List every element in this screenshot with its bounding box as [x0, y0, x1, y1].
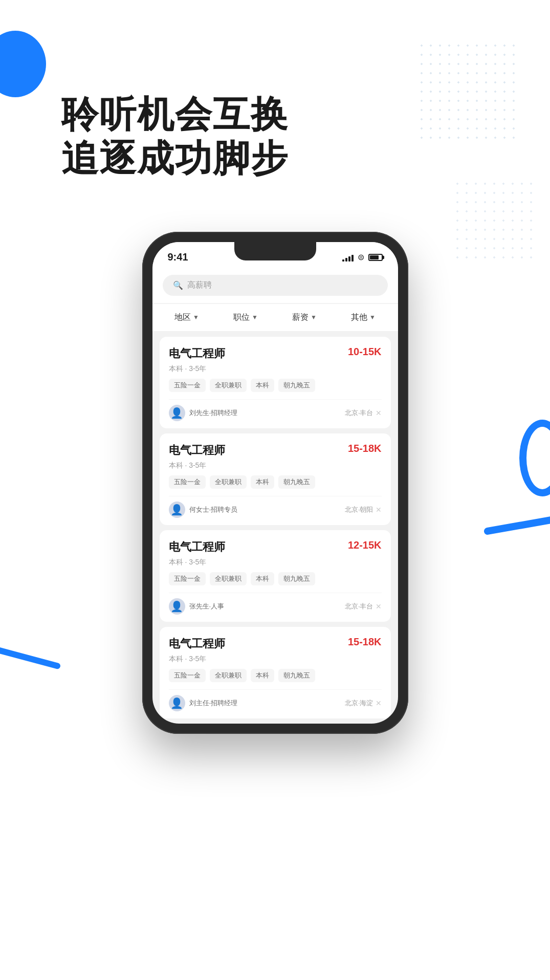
status-time: 9:41: [168, 251, 188, 263]
filter-other[interactable]: 其他 ▼: [351, 312, 376, 323]
search-bar[interactable]: 🔍 高薪聘: [163, 275, 388, 296]
job-card-2-location: 北京·朝阳 ✕: [345, 505, 382, 514]
tag-hours-4: 朝九晚五: [278, 669, 315, 682]
tag-insurance: 五险一金: [169, 379, 206, 392]
hero-title-line2: 追逐成功脚步: [61, 136, 509, 180]
job-card-4-title: 电气工程师: [169, 636, 225, 651]
tag-insurance-4: 五险一金: [169, 669, 206, 682]
tag-degree-2: 本科: [251, 475, 274, 489]
filter-region-label: 地区: [174, 312, 191, 323]
filter-salary[interactable]: 薪资 ▼: [292, 312, 317, 323]
job-card-1-meta: 本科 · 3-5年: [169, 364, 382, 374]
phone-inner: 9:41 ⊜ 🔍 高薪: [152, 242, 398, 724]
job-card-2[interactable]: 电气工程师 15-18K 本科 · 3-5年 五险一金 全职兼职 本科 朝九晚五…: [160, 433, 391, 525]
filter-position[interactable]: 职位 ▼: [233, 312, 258, 323]
filter-region[interactable]: 地区 ▼: [174, 312, 199, 323]
job-card-3-title: 电气工程师: [169, 539, 225, 555]
job-card-2-footer: 👤 何女士·招聘专员 北京·朝阳 ✕: [169, 496, 382, 518]
filter-region-arrow: ▼: [193, 314, 199, 321]
job-card-4[interactable]: 电气工程师 15-18K 本科 · 3-5年 五险一金 全职兼职 本科 朝九晚五…: [160, 627, 391, 718]
tag-insurance-2: 五险一金: [169, 475, 206, 489]
job-card-2-tags: 五险一金 全职兼职 本科 朝九晚五: [169, 475, 382, 489]
job-card-4-footer: 👤 刘主任·招聘经理 北京·海淀 ✕: [169, 689, 382, 711]
avatar-figure-4: 👤: [170, 697, 183, 709]
close-icon-1[interactable]: ✕: [376, 409, 382, 417]
tag-hours-2: 朝九晚五: [278, 475, 315, 489]
hero-title-line1: 聆听机会互换: [61, 92, 509, 136]
search-placeholder: 高薪聘: [187, 280, 212, 291]
phone-frame: 9:41 ⊜ 🔍 高薪: [142, 232, 408, 734]
job-card-2-title: 电气工程师: [169, 443, 225, 458]
job-card-4-salary: 15-18K: [348, 636, 382, 648]
job-card-1-salary: 10-15K: [348, 346, 382, 358]
location-text-4: 北京·海淀: [345, 699, 373, 708]
filter-bar: 地区 ▼ 职位 ▼ 薪资 ▼ 其他 ▼: [152, 304, 398, 332]
hero-section: 聆听机会互换 追逐成功脚步: [0, 0, 550, 211]
filter-salary-arrow: ▼: [311, 314, 317, 321]
phone-notch: [234, 242, 316, 260]
close-icon-3[interactable]: ✕: [376, 602, 382, 611]
job-card-2-salary: 15-18K: [348, 443, 382, 454]
signal-bar-4: [351, 255, 354, 262]
tag-fulltime: 全职兼职: [210, 379, 247, 392]
signal-bar-3: [348, 256, 350, 262]
tag-degree-3: 本科: [251, 572, 274, 585]
avatar-figure-3: 👤: [170, 600, 183, 613]
filter-salary-label: 薪资: [292, 312, 309, 323]
tag-degree: 本科: [251, 379, 274, 392]
filter-other-arrow: ▼: [369, 314, 376, 321]
job-card-3-meta: 本科 · 3-5年: [169, 558, 382, 567]
filter-other-label: 其他: [351, 312, 367, 323]
status-icons: ⊜: [342, 252, 383, 262]
recruiter-name-4: 刘主任·招聘经理: [189, 699, 238, 708]
job-card-3[interactable]: 电气工程师 12-15K 本科 · 3-5年 五险一金 全职兼职 本科 朝九晚五…: [160, 530, 391, 622]
location-text-1: 北京·丰台: [345, 408, 373, 418]
tag-hours: 朝九晚五: [278, 379, 315, 392]
recruiter-avatar-2: 👤: [169, 502, 185, 518]
jobs-list: 电气工程师 10-15K 本科 · 3-5年 五险一金 全职兼职 本科 朝九晚五…: [152, 332, 398, 724]
job-card-3-footer: 👤 张先生·人事 北京·丰台 ✕: [169, 593, 382, 615]
recruiter-avatar-3: 👤: [169, 598, 185, 615]
job-card-2-meta: 本科 · 3-5年: [169, 461, 382, 470]
search-bar-area: 🔍 高薪聘: [152, 268, 398, 303]
job-card-4-header: 电气工程师 15-18K: [169, 636, 382, 651]
job-card-4-location: 北京·海淀 ✕: [345, 699, 382, 708]
job-card-1-footer: 👤 刘先生·招聘经理 北京·丰台 ✕: [169, 399, 382, 421]
tag-fulltime-3: 全职兼职: [210, 572, 247, 585]
job-card-2-header: 电气工程师 15-18K: [169, 443, 382, 458]
location-text-2: 北京·朝阳: [345, 505, 373, 514]
tag-hours-3: 朝九晚五: [278, 572, 315, 585]
job-card-3-salary: 12-15K: [348, 539, 382, 551]
job-card-4-meta: 本科 · 3-5年: [169, 655, 382, 664]
tag-fulltime-2: 全职兼职: [210, 475, 247, 489]
avatar-figure-2: 👤: [170, 504, 183, 516]
battery-fill: [370, 255, 379, 259]
recruiter-avatar-1: 👤: [169, 405, 185, 421]
recruiter-name-2: 何女士·招聘专员: [189, 505, 238, 514]
close-icon-4[interactable]: ✕: [376, 699, 382, 707]
tag-degree-4: 本科: [251, 669, 274, 682]
signal-bar-2: [345, 258, 347, 262]
tag-insurance-3: 五险一金: [169, 572, 206, 585]
search-icon: 🔍: [173, 280, 183, 290]
filter-position-arrow: ▼: [252, 314, 258, 321]
tag-fulltime-4: 全职兼职: [210, 669, 247, 682]
job-card-1-tags: 五险一金 全职兼职 本科 朝九晚五: [169, 379, 382, 392]
filter-position-label: 职位: [233, 312, 250, 323]
job-card-1[interactable]: 电气工程师 10-15K 本科 · 3-5年 五险一金 全职兼职 本科 朝九晚五…: [160, 337, 391, 428]
wifi-icon: ⊜: [358, 252, 364, 262]
recruiter-name-3: 张先生·人事: [189, 602, 225, 611]
job-card-1-title: 电气工程师: [169, 346, 225, 361]
job-card-4-tags: 五险一金 全职兼职 本科 朝九晚五: [169, 669, 382, 682]
close-icon-2[interactable]: ✕: [376, 506, 382, 514]
battery-icon: [368, 254, 383, 261]
job-card-1-header: 电气工程师 10-15K: [169, 346, 382, 361]
phone-container: 9:41 ⊜ 🔍 高薪: [0, 232, 550, 734]
recruiter-name-1: 刘先生·招聘经理: [189, 408, 238, 418]
location-text-3: 北京·丰台: [345, 602, 373, 611]
avatar-figure-1: 👤: [170, 407, 183, 419]
job-card-2-recruiter: 👤 何女士·招聘专员: [169, 502, 238, 518]
job-card-3-recruiter: 👤 张先生·人事: [169, 598, 225, 615]
recruiter-avatar-4: 👤: [169, 695, 185, 711]
job-card-3-header: 电气工程师 12-15K: [169, 539, 382, 555]
